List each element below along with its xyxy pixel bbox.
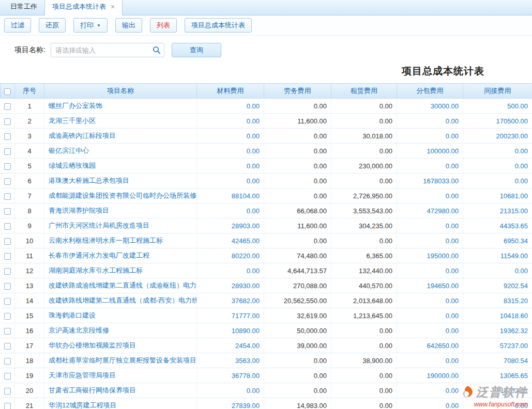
- project-name-link[interactable]: 广州市天河区统计局机房改造项目: [44, 218, 197, 233]
- row-checkbox[interactable]: [4, 268, 11, 275]
- row-checkbox[interactable]: [4, 388, 11, 395]
- subcontract-cost-value[interactable]: 0.00: [397, 293, 463, 308]
- row-checkbox[interactable]: [4, 253, 11, 260]
- row-checkbox[interactable]: [4, 373, 11, 380]
- subcontract-cost-value[interactable]: 1678033.00: [397, 174, 463, 188]
- project-name-link[interactable]: 华润12城房建工程项目: [44, 398, 197, 409]
- indirect-cost-value[interactable]: 13065.65: [463, 368, 532, 383]
- material-cost-value[interactable]: 71777.00: [197, 308, 264, 323]
- row-checkbox[interactable]: [4, 148, 11, 155]
- search-icon[interactable]: [153, 46, 161, 54]
- restore-button[interactable]: 还原: [39, 18, 66, 33]
- material-cost-value[interactable]: 28903.00: [197, 218, 264, 233]
- project-name-link[interactable]: 成都能源建设集团投资有限公司临时办公场所装修: [44, 188, 197, 203]
- indirect-cost-value[interactable]: 0.00: [463, 263, 532, 278]
- project-name-link[interactable]: 云南水利枢纽潜明水库一期工程施工标: [44, 233, 197, 248]
- material-cost-value[interactable]: 10890.00: [197, 323, 264, 338]
- indirect-cost-value[interactable]: 7080.54: [463, 353, 532, 368]
- indirect-cost-value[interactable]: 57237.00: [463, 338, 532, 353]
- export-button[interactable]: 输出: [115, 18, 142, 33]
- indirect-cost-value[interactable]: 500.00: [463, 99, 532, 114]
- indirect-cost-value[interactable]: 0.00: [463, 174, 532, 188]
- indirect-cost-value[interactable]: 170500.00: [463, 114, 532, 129]
- material-cost-value[interactable]: 37682.00: [197, 293, 264, 308]
- row-checkbox[interactable]: [4, 223, 11, 230]
- subcontract-cost-value[interactable]: 0.00: [397, 233, 463, 248]
- subcontract-cost-value[interactable]: 472980.00: [397, 203, 463, 218]
- row-checkbox[interactable]: [4, 358, 11, 365]
- indirect-cost-value[interactable]: 9202.54: [463, 278, 532, 293]
- indirect-cost-value[interactable]: 11549.00: [463, 248, 532, 263]
- material-cost-value[interactable]: 0.00: [197, 144, 264, 159]
- project-name-link[interactable]: 成都杜甫草堂临时展厅独立展柜报警设备安装项目: [44, 353, 197, 368]
- subcontract-cost-value[interactable]: 190000.00: [397, 368, 463, 383]
- row-checkbox[interactable]: [4, 328, 11, 335]
- project-name-link[interactable]: 京沪高速北京段维修: [44, 323, 197, 338]
- project-name-link[interactable]: 龙湖三千里小区: [44, 114, 197, 129]
- indirect-cost-value[interactable]: 8315.20: [463, 293, 532, 308]
- material-cost-value[interactable]: 0.00: [197, 129, 264, 144]
- subcontract-cost-value[interactable]: 0.00: [397, 398, 463, 409]
- material-cost-value[interactable]: 42465.00: [197, 233, 264, 248]
- project-name-link[interactable]: 改建铁路成渝线增建第二直通线（成渝枢纽）电力线: [44, 278, 197, 293]
- subcontract-cost-value[interactable]: 0.00: [397, 263, 463, 278]
- project-name-link[interactable]: 改建铁路线增建第二线直通线（成都-西安）电力线: [44, 293, 197, 308]
- subcontract-cost-value[interactable]: 0.00: [397, 353, 463, 368]
- subcontract-cost-value[interactable]: 642650.00: [397, 338, 463, 353]
- subcontract-cost-value[interactable]: 0.00: [397, 159, 463, 174]
- row-checkbox[interactable]: [4, 208, 11, 215]
- material-cost-value[interactable]: 0.00: [197, 159, 264, 174]
- subcontract-cost-value[interactable]: 100000.00: [397, 144, 463, 159]
- indirect-cost-value[interactable]: 6950.34: [463, 233, 532, 248]
- material-cost-value[interactable]: 3563.00: [197, 353, 264, 368]
- subcontract-cost-value[interactable]: 0.00: [397, 383, 463, 398]
- project-name-link[interactable]: 华软办公楼增加视频监控项目: [44, 338, 197, 353]
- material-cost-value[interactable]: 28930.00: [197, 278, 264, 293]
- subcontract-cost-value[interactable]: 30000.00: [397, 99, 463, 114]
- indirect-cost-value[interactable]: 11202.71: [463, 383, 532, 398]
- indirect-cost-value[interactable]: 0.00: [463, 159, 532, 174]
- indirect-cost-value[interactable]: 44353.65: [463, 218, 532, 233]
- query-button[interactable]: 查询: [172, 43, 221, 57]
- subcontract-cost-value[interactable]: 0.00: [397, 114, 463, 129]
- material-cost-value[interactable]: 2454.00: [197, 338, 264, 353]
- material-cost-value[interactable]: 0.00: [197, 383, 264, 398]
- subcontract-cost-value[interactable]: 0.00: [397, 218, 463, 233]
- project-name-link[interactable]: 螺丝厂办公室装饰: [44, 99, 197, 114]
- row-checkbox[interactable]: [4, 298, 11, 305]
- tab-close-icon[interactable]: ×: [111, 3, 115, 10]
- list-button[interactable]: 列表: [150, 18, 177, 33]
- project-name-link[interactable]: 港珠澳大桥施工总承包项目: [44, 174, 197, 188]
- row-checkbox[interactable]: [4, 118, 11, 125]
- material-cost-value[interactable]: 36778.00: [197, 368, 264, 383]
- project-name-link[interactable]: 湖南洞庭湖水库引水工程施工标: [44, 263, 197, 278]
- project-name-link[interactable]: 成渝高铁内江标段项目: [44, 129, 197, 144]
- subcontract-cost-value[interactable]: 0.00: [397, 188, 463, 203]
- material-cost-value[interactable]: 80220.00: [197, 248, 264, 263]
- project-name-link[interactable]: 长春市伊通河水力发电厂改建工程: [44, 248, 197, 263]
- material-cost-value[interactable]: 0.00: [197, 114, 264, 129]
- subcontract-cost-value[interactable]: 195000.00: [397, 248, 463, 263]
- material-cost-value[interactable]: 27839.00: [197, 398, 264, 409]
- row-checkbox[interactable]: [4, 133, 11, 140]
- subcontract-cost-value[interactable]: 0.00: [397, 308, 463, 323]
- row-checkbox[interactable]: [4, 313, 11, 320]
- select-all-checkbox[interactable]: [4, 88, 11, 95]
- indirect-cost-value[interactable]: 0.00: [463, 398, 532, 409]
- project-name-input[interactable]: [51, 43, 164, 57]
- material-cost-value[interactable]: 0.00: [197, 203, 264, 218]
- indirect-cost-value[interactable]: 19362.32: [463, 323, 532, 338]
- indirect-cost-value[interactable]: 10418.60: [463, 308, 532, 323]
- material-cost-value[interactable]: 0.00: [197, 263, 264, 278]
- material-cost-value[interactable]: 0.00: [197, 99, 264, 114]
- row-checkbox[interactable]: [4, 343, 11, 350]
- project-name-link[interactable]: 天津市应急管理局项目: [44, 368, 197, 383]
- row-checkbox[interactable]: [4, 403, 11, 409]
- row-checkbox[interactable]: [4, 283, 11, 290]
- project-name-link[interactable]: 珠海鹤港口建设: [44, 308, 197, 323]
- print-button[interactable]: 打印 ▼: [73, 18, 108, 33]
- project-name-link[interactable]: 银亿滨江中心: [44, 144, 197, 159]
- row-checkbox[interactable]: [4, 193, 11, 200]
- subcontract-cost-value[interactable]: 0.00: [397, 323, 463, 338]
- tab-daily-work[interactable]: 日常工作: [3, 0, 44, 15]
